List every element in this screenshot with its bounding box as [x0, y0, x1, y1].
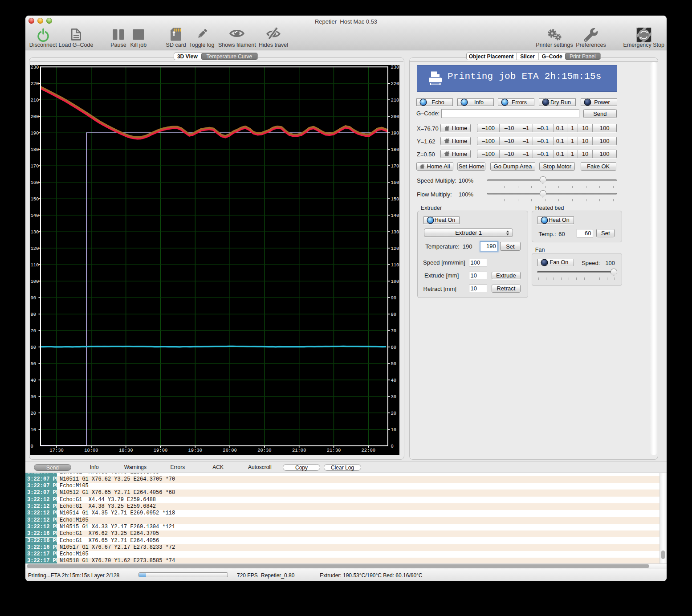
svg-text:150: 150: [391, 196, 399, 202]
svg-text:90: 90: [31, 295, 37, 301]
svg-text:140: 140: [391, 213, 399, 218]
svg-text:160: 160: [391, 180, 399, 185]
svg-text:100: 100: [31, 279, 39, 284]
svg-text:18:30: 18:30: [119, 448, 133, 453]
svg-text:30: 30: [391, 394, 397, 400]
svg-text:110: 110: [31, 262, 39, 268]
svg-text:180: 180: [31, 147, 39, 152]
svg-text:220: 220: [31, 81, 39, 86]
svg-text:130: 130: [31, 229, 39, 235]
svg-text:80: 80: [31, 312, 37, 317]
svg-text:50: 50: [31, 361, 37, 367]
svg-text:20:30: 20:30: [257, 448, 272, 453]
svg-text:19:00: 19:00: [154, 448, 168, 453]
svg-text:60: 60: [391, 345, 397, 350]
svg-text:170: 170: [31, 163, 39, 169]
svg-text:19:30: 19:30: [188, 448, 203, 453]
svg-text:0: 0: [391, 444, 394, 449]
svg-text:230: 230: [391, 65, 399, 70]
svg-text:160: 160: [31, 180, 39, 185]
svg-text:110: 110: [391, 262, 399, 268]
svg-text:70: 70: [31, 328, 37, 334]
svg-text:40: 40: [31, 378, 37, 383]
svg-text:190: 190: [391, 131, 399, 136]
svg-text:0: 0: [31, 444, 33, 449]
svg-text:60: 60: [31, 345, 37, 350]
svg-text:20:00: 20:00: [223, 448, 237, 453]
svg-text:17:30: 17:30: [49, 448, 64, 453]
svg-text:230: 230: [31, 65, 39, 70]
svg-text:190: 190: [31, 131, 39, 136]
svg-text:21:00: 21:00: [292, 448, 306, 453]
svg-text:210: 210: [391, 98, 399, 103]
svg-text:130: 130: [391, 229, 399, 235]
svg-text:180: 180: [391, 147, 399, 152]
svg-text:20: 20: [391, 411, 397, 416]
svg-text:10: 10: [391, 427, 397, 432]
svg-text:50: 50: [391, 361, 397, 367]
svg-text:200: 200: [31, 114, 39, 119]
svg-text:18:00: 18:00: [84, 448, 98, 453]
svg-text:150: 150: [31, 196, 39, 202]
svg-text:140: 140: [31, 213, 39, 218]
svg-text:21:30: 21:30: [327, 448, 341, 453]
svg-text:22:00: 22:00: [362, 448, 376, 453]
svg-text:210: 210: [31, 98, 39, 103]
svg-text:100: 100: [391, 279, 399, 284]
svg-text:120: 120: [391, 246, 399, 251]
svg-text:170: 170: [391, 163, 399, 169]
svg-text:220: 220: [391, 81, 399, 86]
svg-text:90: 90: [391, 295, 397, 301]
svg-text:200: 200: [391, 114, 399, 119]
svg-text:80: 80: [391, 312, 397, 317]
svg-text:10: 10: [31, 427, 37, 432]
svg-text:40: 40: [391, 378, 397, 383]
svg-text:70: 70: [391, 328, 397, 334]
svg-text:30: 30: [31, 394, 37, 400]
svg-text:120: 120: [31, 246, 39, 251]
svg-text:20: 20: [31, 411, 37, 416]
